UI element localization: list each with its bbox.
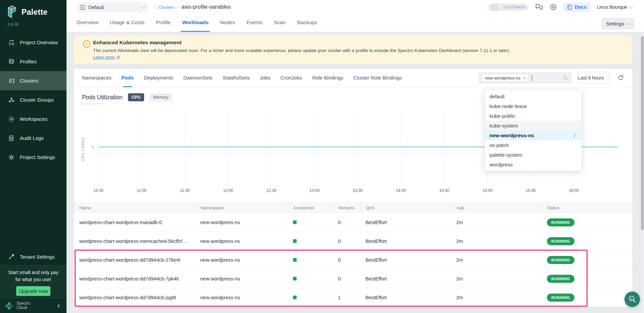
cell-namespace: new-wordpress-ns bbox=[195, 269, 288, 288]
warning-icon: ! bbox=[83, 40, 90, 48]
cpu-toggle[interactable]: CPU bbox=[128, 93, 144, 101]
collapse-sidebar-icon[interactable]: ‹ bbox=[57, 302, 62, 309]
search-icon bbox=[563, 75, 568, 81]
chevron-down-icon bbox=[627, 22, 630, 25]
workload-subtab[interactable]: StatefulSets bbox=[223, 69, 250, 87]
docs-button[interactable]: Docs bbox=[563, 3, 590, 12]
namespace-option-label: default bbox=[489, 94, 505, 99]
table-row[interactable]: wordpress-chart-wordpress-memcached-56cf… bbox=[74, 232, 632, 251]
gridline bbox=[142, 112, 142, 186]
workload-subtabs: NamespacesPodsDeploymentsDaemonSetsState… bbox=[82, 69, 402, 87]
sidebar-item-audit-logs[interactable]: Audit Logs bbox=[0, 128, 67, 148]
cluster-tab[interactable]: Events bbox=[247, 14, 262, 32]
cell-status: RUNNING bbox=[542, 251, 632, 269]
cell-qos: BestEffort bbox=[360, 232, 451, 250]
banner-title: Enhanced Kubernetes management bbox=[93, 40, 626, 46]
sidebar-item-project-overview[interactable]: Project Overview bbox=[0, 33, 67, 52]
sidebar-item-label: Cluster Groups bbox=[20, 97, 54, 103]
sidebar-item-tenant-settings[interactable]: Tenant Settings bbox=[0, 250, 67, 263]
cluster-tab[interactable]: Workloads bbox=[182, 14, 209, 32]
namespace-option[interactable]: default ✓ bbox=[485, 92, 582, 101]
cluster-tab[interactable]: Overview bbox=[77, 14, 98, 32]
cell-name: wordpress-chart-wordpress-memcached-56cf… bbox=[74, 232, 195, 250]
breadcrumb-clusters-link[interactable]: Clusters bbox=[159, 5, 175, 10]
chat-icon[interactable] bbox=[535, 4, 543, 11]
cell-qos: BestEffort bbox=[360, 288, 451, 307]
check-icon: ✓ bbox=[572, 133, 577, 139]
breadcrumb-current: aws-profile-variables bbox=[181, 4, 231, 10]
tools-icon bbox=[8, 253, 15, 260]
usage-meter[interactable]: 2.52/100kCh bbox=[489, 3, 528, 11]
sidebar-item-cluster-groups[interactable]: Cluster Groups bbox=[0, 90, 67, 109]
help-icon[interactable] bbox=[550, 4, 557, 10]
sidebar-item-workspaces[interactable]: Workspaces bbox=[0, 109, 67, 128]
namespace-option[interactable]: kube-public ✓ bbox=[485, 111, 582, 121]
namespace-option-label: palette-system bbox=[489, 152, 522, 158]
workload-subtab[interactable]: Jobs bbox=[260, 69, 270, 87]
text-caret bbox=[532, 75, 532, 81]
namespace-option[interactable]: os-patch ✓ bbox=[485, 140, 582, 150]
support-chat-launcher[interactable] bbox=[625, 292, 640, 307]
gridline bbox=[444, 112, 444, 186]
user-menu[interactable]: Linus Bourque bbox=[597, 4, 632, 10]
cluster-tab[interactable]: Usage & Costs bbox=[110, 14, 144, 32]
namespace-filter-chip[interactable]: new-wordpress-ns × bbox=[482, 74, 529, 82]
memory-toggle[interactable]: Memory bbox=[149, 93, 172, 101]
cluster-tab[interactable]: Backups bbox=[297, 14, 317, 32]
gridline bbox=[98, 112, 99, 186]
workload-subtab[interactable]: CronJobs bbox=[281, 69, 302, 87]
table-row[interactable]: wordpress-chart-wordpress-dd7d944cb-7pk4… bbox=[74, 269, 632, 288]
sidebar-item-label: Audit Logs bbox=[20, 135, 44, 141]
cell-namespace: new-wordpress-ns bbox=[195, 232, 288, 250]
chevron-down-icon bbox=[142, 5, 145, 9]
settings-button[interactable]: Settings bbox=[602, 18, 634, 29]
learn-more-label: Learn more bbox=[93, 55, 115, 60]
workload-subtab[interactable]: Cluster Role Bindings bbox=[353, 69, 402, 87]
workload-subtab[interactable]: Namespaces bbox=[82, 69, 112, 87]
workload-subtab[interactable]: Pods bbox=[122, 69, 134, 87]
time-range-select[interactable]: Last 6 hours bbox=[577, 72, 610, 84]
sidebar-item-clusters[interactable]: Clusters bbox=[0, 71, 67, 90]
namespace-option[interactable]: kube-system ✓ bbox=[485, 121, 582, 131]
namespace-option[interactable]: palette-system ✓ bbox=[485, 150, 582, 160]
gridline bbox=[401, 112, 401, 186]
refresh-icon[interactable] bbox=[617, 74, 624, 81]
scrollbar-track[interactable] bbox=[641, 32, 644, 313]
learn-more-link[interactable]: Learn more bbox=[93, 55, 120, 60]
status-badge: RUNNING bbox=[547, 294, 574, 302]
cell-status: RUNNING bbox=[542, 232, 632, 250]
sidebar-item-project-settings[interactable]: Project Settings bbox=[0, 148, 67, 167]
cluster-tab[interactable]: Nodes bbox=[220, 14, 235, 32]
upgrade-now-button[interactable]: Upgrade now bbox=[16, 286, 50, 296]
table-row[interactable]: wordpress-chart-wordpress-dd7d944cb-276m… bbox=[74, 251, 632, 269]
close-icon[interactable]: × bbox=[523, 75, 526, 81]
project-overview-icon bbox=[8, 39, 15, 46]
table-row[interactable]: wordpress-chart-wordpress-mariadb-0 new-… bbox=[74, 213, 632, 232]
namespace-filter-input[interactable]: new-wordpress-ns × bbox=[478, 72, 571, 84]
cluster-tab[interactable]: Profile bbox=[156, 14, 171, 32]
sidebar-item-profiles[interactable]: Profiles bbox=[0, 52, 67, 71]
cluster-tab[interactable]: Scan bbox=[274, 14, 286, 32]
cell-namespace: new-wordpress-ns bbox=[195, 288, 288, 307]
namespace-option-label: new-wordpress-ns bbox=[489, 133, 534, 138]
container-status-square bbox=[293, 220, 297, 224]
brand[interactable]: Palette bbox=[5, 5, 48, 19]
scrollbar-thumb[interactable] bbox=[641, 36, 644, 230]
cell-age: 2m bbox=[451, 288, 542, 307]
cluster-tabs-row: OverviewUsage & CostsProfileWorkloadsNod… bbox=[67, 14, 644, 32]
container-status-square bbox=[293, 296, 297, 299]
workload-subtab[interactable]: DaemonSets bbox=[183, 69, 213, 87]
workloads-panel: NamespacesPodsDeploymentsDaemonSetsState… bbox=[74, 69, 632, 307]
namespace-option[interactable]: kube-node-lease ✓ bbox=[485, 101, 582, 111]
column-header: Name bbox=[74, 203, 195, 212]
docs-button-label: Docs bbox=[574, 4, 586, 10]
namespace-option[interactable]: wordpress ✓ bbox=[485, 160, 582, 169]
project-selector[interactable]: Default bbox=[77, 2, 148, 12]
cell-age: 2m bbox=[451, 251, 542, 269]
workload-subtab[interactable]: Role Bindings bbox=[312, 69, 343, 87]
table-row[interactable]: wordpress-chart-wordpress-dd7d944cb-jsgt… bbox=[74, 288, 632, 307]
workload-subtab[interactable]: Deployments bbox=[144, 69, 173, 87]
user-name: Linus Bourque bbox=[597, 4, 627, 10]
cell-qos: BestEffort bbox=[360, 269, 451, 288]
namespace-option[interactable]: new-wordpress-ns ✓ bbox=[485, 131, 582, 140]
